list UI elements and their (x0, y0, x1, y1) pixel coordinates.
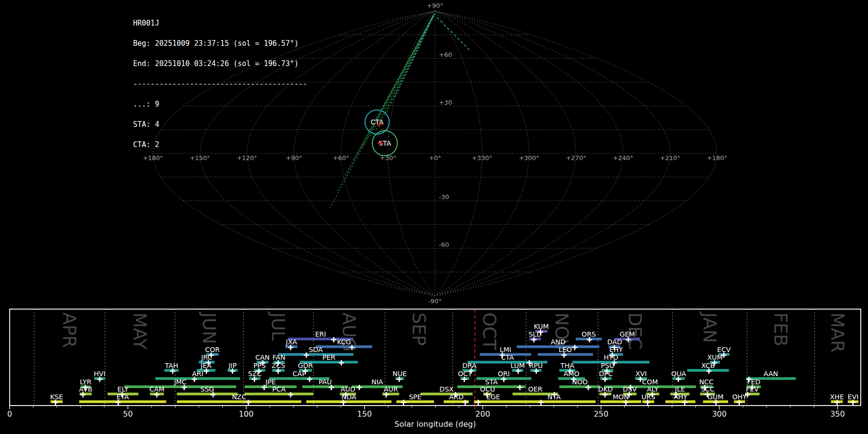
lon-label: +60° (333, 154, 349, 162)
lat-label: +90° (427, 2, 443, 9)
x-tick-label: 150 (357, 409, 372, 419)
shower-code-label: KSE (50, 393, 63, 401)
shower-code-label: ECV (717, 346, 731, 353)
shower-code-label: ETA (117, 393, 129, 401)
shower-code-label: ELY (117, 385, 129, 393)
shower-code-label: ORI (498, 370, 510, 378)
lon-label: +240° (613, 154, 633, 162)
obs-begin-line: Beg: 20251009 23:37:15 (sol = 196.57°) (133, 40, 307, 47)
meteor-track (437, 17, 471, 51)
sky-map: +180°+150°+120°+90°+60°+30°+0°+330°+300°… (0, 0, 868, 309)
shower-code-label: FAN (272, 353, 285, 361)
shower-code-label: KUM (534, 323, 549, 330)
shower-activity-bar (124, 385, 236, 388)
shower-AVB: AVB (79, 385, 93, 398)
lat-label: -60 (439, 241, 449, 248)
shower-KSE: KSE (50, 393, 63, 406)
shower-code-label: DPC (599, 370, 613, 378)
shower-code-label: GEM (620, 330, 635, 338)
shower-code-label: PAU (319, 378, 332, 386)
shower-code-label: SDA (309, 346, 323, 353)
shower-JIP: JIP (228, 362, 238, 374)
shower-code-label: EHY (610, 346, 623, 353)
count-sta: STA: 4 (133, 121, 307, 128)
x-axis-title: Solar longitude (deg) (394, 420, 476, 429)
meteor-track (395, 13, 435, 96)
shower-code-label: URS (641, 393, 655, 401)
shower-code-label: PPS (253, 362, 266, 369)
x-tick-label: 50 (123, 409, 133, 419)
shower-code-label: TAH (164, 362, 178, 369)
shower-code-label: DRA (462, 362, 477, 369)
shower-QUA: QUA (671, 370, 686, 382)
shower-code-label: PCA (272, 385, 286, 393)
shower-code-label: NCC (699, 378, 714, 386)
shower-code-label: ALY (647, 385, 659, 393)
shower-EGE: EGE (474, 393, 513, 406)
shower-activity-bar (600, 400, 641, 403)
shower-code-label: CAN (255, 353, 270, 361)
shower-code-label: DSX (439, 385, 454, 393)
shower-activity-bar (513, 400, 596, 403)
shower-code-label: HYD (604, 353, 618, 361)
shower-code-label: FEV (746, 385, 759, 393)
meteor-track (381, 14, 434, 122)
shower-code-label: AUR (384, 385, 398, 393)
shower-code-label: FED (747, 378, 760, 386)
obs-end-line: End: 20251010 03:24:26 (sol = 196.73°) (133, 60, 307, 67)
shower-SLD: SLD (529, 330, 542, 343)
lon-label: +300° (519, 154, 539, 162)
shower-activity-bar (420, 393, 473, 395)
shower-code-label: JMC (174, 378, 187, 386)
x-tick-label: 300 (712, 409, 727, 419)
shower-code-label: AMO (564, 370, 580, 378)
x-tick-label: 350 (830, 409, 845, 419)
shower-code-label: LYR (80, 378, 91, 386)
meteor-track (392, 13, 435, 103)
shower-code-label: JEA (200, 362, 212, 369)
shower-code-label: GDR (298, 362, 313, 369)
shower-URS: URS (641, 393, 655, 406)
shower-code-label: SLD (529, 330, 542, 338)
shower-OCT: OCT (458, 370, 472, 382)
shower-XHE: XHE (830, 393, 844, 406)
shower-code-label: XVI (636, 370, 647, 378)
lat-label: -90° (428, 298, 442, 305)
shower-code-label: LEO (558, 346, 572, 353)
count-sporadic: ...: 9 (133, 101, 307, 108)
shower-code-label: JRC (201, 353, 212, 361)
lon-label: +210° (660, 154, 680, 162)
x-tick-label: 0 (7, 409, 12, 419)
shower-OHY: OHY (732, 393, 747, 406)
month-label-sep: SEP (408, 312, 429, 346)
shower-code-label: SZC (248, 370, 261, 378)
shower-AHY: AHY (665, 393, 695, 406)
month-label-feb: FEB (770, 312, 791, 346)
shower-code-label: THA (560, 362, 574, 369)
shower-code-label: SSG (201, 385, 215, 393)
shower-code-label: AND (551, 338, 566, 346)
station-id: HR001J (133, 20, 307, 27)
month-label-oct: OCT (479, 312, 500, 350)
shower-code-label: CAM (149, 385, 164, 393)
shower-DPC: DPC (599, 370, 613, 382)
shower-code-label: GUM (707, 393, 723, 401)
shower-code-label: LUM (511, 362, 525, 369)
shower-code-label: OCT (458, 370, 472, 378)
shower-code-label: JXA (285, 338, 298, 346)
shower-XCB: XCB (687, 362, 729, 374)
shower-code-label: COR (205, 346, 220, 353)
shower-NDA: NDA (306, 393, 392, 406)
shower-code-label: NTA (547, 393, 561, 401)
shower-code-label: OCU (480, 385, 495, 393)
shower-bars: KUMERISLDORSGEMJXAKCGANDDADCORSDALMILEOE… (50, 323, 858, 406)
shower-code-label: PSU (601, 362, 614, 369)
meteor-track (338, 16, 433, 191)
shower-LUM: LUM (511, 362, 525, 374)
shower-activity-bar (665, 400, 695, 403)
shower-FEV: FEV (745, 385, 760, 398)
shower-AUR: AUR (382, 385, 399, 398)
shower-code-label: ORS (582, 330, 596, 338)
shower-code-label: JPE (265, 378, 275, 386)
shower-code-label: SCC (701, 385, 715, 393)
